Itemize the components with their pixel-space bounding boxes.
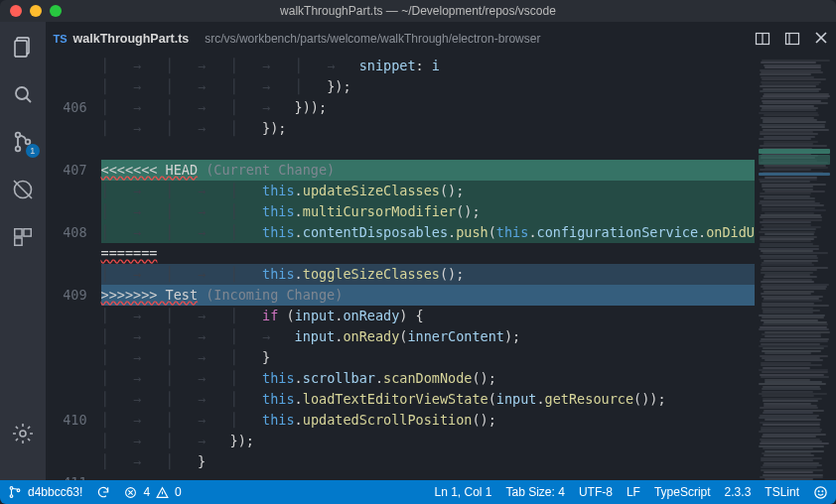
svg-point-26 [815,486,826,497]
svg-rect-10 [24,229,31,236]
typescript-file-icon: TS [54,33,68,45]
svg-line-3 [26,98,31,103]
ts-version-item[interactable]: 2.3.3 [725,485,752,499]
minimize-window-button[interactable] [30,5,42,17]
window-controls [0,5,62,17]
svg-point-4 [15,133,20,138]
svg-point-19 [10,487,13,490]
close-window-button[interactable] [10,5,22,17]
svg-point-20 [10,495,13,498]
svg-point-5 [15,147,20,152]
conflict-incoming-marker: >>>>>>> Test (Incoming Change) [101,285,755,306]
sync-item[interactable] [96,485,110,499]
git-branch-item[interactable]: d4bbcc63! [8,485,82,499]
svg-point-28 [822,490,823,491]
language-mode-item[interactable]: TypeScript [654,485,711,499]
feedback-smiley-icon[interactable] [813,485,828,500]
svg-point-27 [818,490,819,491]
encoding-item[interactable]: UTF-8 [579,485,613,499]
conflict-separator: ======= [101,243,755,264]
svg-point-2 [16,87,28,99]
active-tab[interactable]: TS walkThroughPart.ts src/vs/workbench/p… [54,32,541,46]
tslint-item[interactable]: TSLint [765,485,799,499]
tab-path: src/vs/workbench/parts/welcome/walkThrou… [205,32,540,46]
minimap[interactable]: /* minimap lines via JS below */ [755,56,836,480]
eol-item[interactable]: LF [627,485,640,499]
line-number-gutter: 406 407 408 409 410 411 412 413 414 415 … [46,56,101,480]
svg-point-12 [20,431,26,437]
problems-item[interactable]: 4 0 [124,485,181,499]
activity-bar: 1 [0,22,46,480]
editor-tabbar: TS walkThroughPart.ts src/vs/workbench/p… [46,22,836,56]
svg-rect-15 [786,34,799,45]
search-icon[interactable] [10,81,36,107]
window-title: walkThroughPart.ts — ~/Development/repos… [0,4,836,18]
titlebar: walkThroughPart.ts — ~/Development/repos… [0,0,836,22]
explorer-icon[interactable] [10,34,36,60]
svg-rect-11 [15,238,22,245]
tab-size-item[interactable]: Tab Size: 4 [506,485,565,499]
cursor-position-item[interactable]: Ln 1, Col 1 [434,485,491,499]
source-control-icon[interactable]: 1 [10,129,36,155]
debug-icon[interactable] [10,177,36,202]
svg-point-21 [17,489,20,492]
svg-rect-9 [15,229,22,236]
code-content[interactable]: │ → │ → │ → │ → snippet: i │ → │ → │ → │… [101,56,755,480]
scm-badge: 1 [26,144,40,158]
extensions-icon[interactable] [10,224,36,250]
tab-filename: walkThroughPart.ts [73,32,190,46]
settings-gear-icon[interactable] [10,421,36,446]
editor: TS walkThroughPart.ts src/vs/workbench/p… [46,22,836,480]
more-actions-icon[interactable] [784,31,800,47]
svg-rect-1 [15,41,27,57]
merge-codelens: Accept Current Change| Accept Incoming C… [101,139,755,160]
conflict-head-marker: <<<<<<< HEAD (Current Change) [101,160,755,181]
close-tab-icon[interactable] [814,31,828,47]
split-editor-icon[interactable] [755,31,770,47]
status-bar: d4bbcc63! 4 0 Ln 1, Col 1 Tab Size: 4 UT… [0,480,836,504]
maximize-window-button[interactable] [50,5,62,17]
